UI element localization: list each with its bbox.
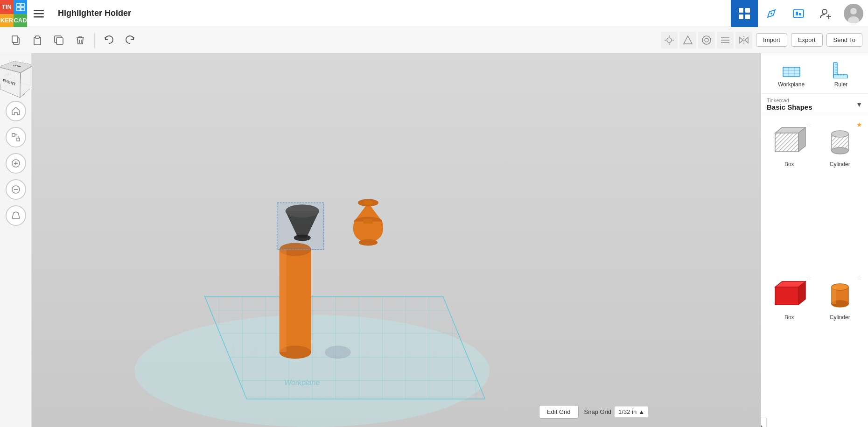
svg-marker-38 [740, 37, 743, 43]
svg-point-62 [286, 204, 319, 217]
svg-rect-90 [775, 287, 798, 305]
svg-point-54 [325, 346, 351, 359]
svg-rect-41 [17, 138, 20, 141]
undo-button[interactable] [98, 30, 119, 50]
logo[interactable]: TIN KER CAD [0, 0, 27, 27]
svg-point-15 [822, 9, 827, 14]
logo-cell-cad: CAD [14, 14, 27, 27]
svg-point-11 [770, 13, 772, 14]
panel-toggle[interactable]: ❯ [761, 418, 767, 427]
svg-rect-14 [799, 13, 801, 15]
snap-value: 1/32 in [618, 408, 637, 415]
svg-point-88 [832, 131, 848, 137]
category-dropdown-arrow[interactable]: ▼ [856, 101, 862, 108]
canvas-area[interactable]: Workplane [32, 53, 761, 427]
bottom-bar: Edit Grid Snap Grid 1/32 in ▲ [539, 405, 649, 419]
right-tools: Workplane [761, 53, 868, 94]
svg-rect-3 [21, 7, 24, 11]
align-icon-button[interactable] [717, 32, 734, 49]
label-box-solid: Box [784, 314, 794, 321]
svg-rect-9 [739, 14, 743, 19]
shape-box-solid[interactable]: ☆ Box [766, 273, 813, 422]
svg-rect-58 [280, 250, 287, 352]
svg-point-33 [705, 38, 708, 42]
svg-rect-96 [832, 287, 836, 304]
perspective-button[interactable] [6, 205, 26, 226]
simulate-button[interactable] [785, 0, 812, 27]
add-user-button[interactable] [812, 0, 839, 27]
svg-rect-2 [17, 7, 20, 11]
svg-point-89 [832, 147, 848, 154]
shape-box-hole[interactable]: ☆ Box [766, 120, 813, 269]
grid-view-button[interactable] [731, 0, 758, 27]
snap-value-select[interactable]: 1/32 in ▲ [614, 406, 649, 418]
svg-rect-74 [833, 75, 847, 78]
view-icons [661, 32, 752, 49]
duplicate-button[interactable] [49, 30, 69, 50]
provider-label: Tinkercad [767, 98, 812, 103]
svg-rect-26 [56, 38, 63, 44]
export-button[interactable]: Export [791, 33, 823, 47]
copy-paste-button[interactable] [6, 30, 26, 50]
home-view-button[interactable] [6, 101, 26, 121]
project-title: Highlighter Holder [50, 8, 731, 18]
zoom-in-button[interactable] [6, 153, 26, 174]
mirror-icon-button[interactable] [735, 32, 752, 49]
shape-thumb-cylinder-hole [819, 122, 861, 159]
delete-button[interactable] [70, 30, 91, 50]
snap-grid: Snap Grid 1/32 in ▲ [584, 406, 649, 418]
svg-rect-13 [796, 12, 798, 15]
star-cylinder-hole[interactable]: ★ [856, 121, 862, 128]
view-cube[interactable]: TOP FRONT LEFT [0, 61, 34, 94]
category-label: Basic Shapes [767, 103, 812, 111]
workplane-icon [781, 59, 802, 79]
avatar[interactable] [844, 4, 863, 23]
shapes-grid: ☆ Box [761, 115, 868, 427]
menu-button[interactable] [27, 0, 50, 27]
left-panel: TOP FRONT LEFT [0, 53, 32, 427]
star-box-hole[interactable]: ☆ [806, 121, 812, 128]
svg-point-65 [359, 239, 378, 245]
svg-rect-10 [745, 14, 750, 19]
fit-view-button[interactable] [6, 127, 26, 147]
svg-point-66 [364, 200, 373, 205]
right-panel: Workplane [761, 53, 868, 427]
import-button[interactable]: Import [756, 33, 787, 47]
star-box-solid[interactable]: ☆ [806, 274, 812, 281]
shape-category-selector[interactable]: Tinkercad Basic Shapes ▼ [761, 94, 868, 115]
redo-button[interactable] [120, 30, 140, 50]
send-to-button[interactable]: Send To [826, 33, 862, 47]
svg-point-32 [702, 36, 711, 44]
ruler-button[interactable]: Ruler [831, 59, 851, 88]
circle-icon-button[interactable] [698, 32, 715, 49]
svg-point-61 [294, 234, 311, 241]
snap-dropdown-arrow[interactable]: ▲ [638, 408, 644, 415]
shape-icon-button[interactable] [679, 32, 696, 49]
svg-rect-4 [34, 10, 44, 11]
shape-cylinder-solid[interactable]: ☆ Cylinder [817, 273, 864, 422]
ruler-icon [831, 59, 851, 79]
label-box-hole: Box [784, 161, 794, 168]
svg-rect-6 [34, 16, 44, 18]
svg-rect-8 [745, 8, 750, 13]
toolbar: Import Export Send To [0, 27, 868, 53]
light-icon-button[interactable] [661, 32, 678, 49]
edit-grid-button[interactable]: Edit Grid [539, 405, 579, 419]
design-button[interactable] [758, 0, 785, 27]
paste-button[interactable] [27, 30, 48, 50]
svg-rect-24 [35, 36, 39, 38]
shape-thumb-cylinder-solid [819, 275, 861, 312]
workplane-button[interactable]: Workplane [778, 59, 805, 88]
svg-point-27 [667, 38, 672, 42]
svg-rect-83 [775, 133, 798, 152]
svg-rect-22 [12, 36, 18, 42]
shape-cylinder-hole[interactable]: ★ Cylinder [817, 120, 864, 269]
logo-cell-tin: TIN [0, 0, 14, 14]
top-nav: TIN KER CAD Highlighter Holder [0, 0, 868, 27]
svg-rect-7 [739, 8, 743, 13]
logo-cell-icon [14, 0, 27, 14]
star-cylinder-solid[interactable]: ☆ [856, 274, 862, 281]
svg-rect-40 [12, 133, 15, 136]
svg-rect-5 [34, 13, 44, 14]
zoom-out-button[interactable] [6, 179, 26, 200]
